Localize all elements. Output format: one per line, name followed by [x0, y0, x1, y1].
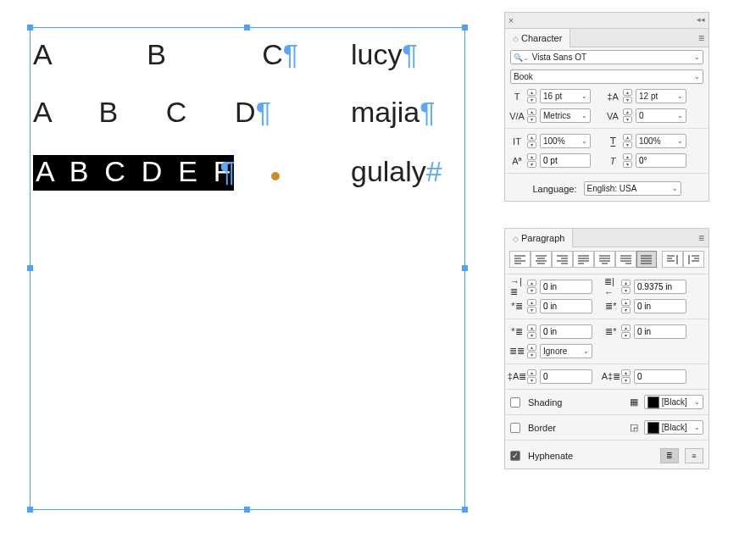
right-indent-stepper[interactable]: ▴▾: [621, 280, 631, 294]
border-checkbox[interactable]: [510, 423, 520, 433]
pilcrow-icon: ¶: [220, 155, 236, 187]
close-icon[interactable]: ×: [505, 16, 517, 25]
align-left-button[interactable]: [509, 251, 531, 268]
justify-right-button[interactable]: [615, 251, 636, 268]
frame-handle[interactable]: [244, 25, 250, 30]
panel-titlebar[interactable]: × ◂◂: [505, 13, 708, 29]
paragraph-panel: ◇Paragraph ≡ →|≣ ▴▾ ≣|← ▴▾ *≣ ▴▾ ≣* ▴▾ *…: [504, 228, 709, 469]
panel-tabs: ◇Paragraph ≡: [505, 229, 708, 247]
vscale-stepper[interactable]: ▴▾: [527, 134, 536, 148]
justify-center-button[interactable]: [594, 251, 615, 268]
composer-single-line-button[interactable]: ≡: [685, 448, 703, 463]
composer-paragraph-button[interactable]: ≣: [660, 448, 679, 463]
skew-stepper[interactable]: ▴▾: [623, 153, 632, 168]
frame-handle[interactable]: [244, 507, 250, 513]
space-after-icon: ≣*: [604, 326, 618, 338]
last-line-stepper[interactable]: ▴▾: [621, 299, 631, 313]
shading-swatch-dropdown[interactable]: [Black]⌄: [644, 395, 703, 409]
space-after-input[interactable]: [634, 324, 686, 339]
hscale-stepper[interactable]: ▴▾: [623, 134, 632, 148]
frame-handle[interactable]: [27, 265, 33, 271]
space-before-stepper[interactable]: ▴▾: [527, 324, 536, 339]
drop-cap-chars-input[interactable]: [634, 369, 686, 384]
font-style-dropdown[interactable]: Book⌄: [510, 69, 703, 84]
pilcrow-icon: ¶: [420, 96, 435, 128]
span-columns-icon: ≣≣: [510, 346, 524, 358]
shading-label: Shading: [528, 397, 624, 408]
text-line-2-left[interactable]: A B C D¶: [33, 96, 271, 129]
baseline-shift-input[interactable]: [540, 153, 591, 168]
first-line-stepper[interactable]: ▴▾: [527, 299, 536, 313]
character-tab[interactable]: ◇Character: [505, 29, 570, 47]
text-line-3-left[interactable]: A B C D E F¶: [33, 155, 249, 188]
tracking-stepper[interactable]: ▴▾: [623, 108, 632, 123]
hyphenate-checkbox[interactable]: ✓: [510, 451, 520, 461]
frame-handle[interactable]: [462, 25, 468, 30]
space-before-icon: *≣: [510, 326, 524, 338]
border-label: Border: [528, 423, 624, 433]
last-line-indent-icon: ≣*: [604, 301, 618, 313]
hscale-input[interactable]: 100%⌄: [636, 134, 686, 148]
frame-handle[interactable]: [27, 25, 33, 30]
character-panel: × ◂◂ ◇Character ≡ 🔍⌄ Vista Sans OT⌄ Book…: [504, 12, 709, 202]
skew-icon: T: [606, 155, 620, 167]
language-dropdown[interactable]: English: USA⌄: [584, 181, 681, 196]
kerning-dropdown[interactable]: Metrics⌄: [540, 108, 591, 123]
span-stepper[interactable]: ▴▾: [527, 344, 536, 358]
shading-settings-icon[interactable]: ▦: [627, 396, 641, 408]
selected-text[interactable]: A B C D E F: [33, 155, 234, 191]
baseline-shift-icon: Aª: [510, 155, 524, 167]
last-line-indent-input[interactable]: [634, 299, 686, 313]
drop-chars-stepper[interactable]: ▴▾: [621, 369, 631, 384]
drop-cap-lines-input[interactable]: [540, 369, 592, 384]
space-after-stepper[interactable]: ▴▾: [621, 324, 631, 339]
tracking-icon: VA: [606, 110, 620, 122]
text-line-1-left[interactable]: A B C¶: [33, 38, 298, 71]
hyphenate-label: Hyphenate: [528, 451, 657, 461]
text-line-1-right[interactable]: lucy¶: [351, 38, 418, 71]
left-indent-input[interactable]: [540, 280, 592, 294]
align-center-button[interactable]: [531, 251, 552, 268]
justify-left-button[interactable]: [573, 251, 594, 268]
kerning-stepper[interactable]: ▴▾: [527, 108, 536, 123]
panel-tabs: ◇Character ≡: [505, 29, 708, 47]
leading-stepper[interactable]: ▴▾: [623, 89, 632, 103]
font-size-stepper[interactable]: ▴▾: [527, 89, 536, 103]
space-before-input[interactable]: [540, 324, 592, 339]
span-columns-dropdown[interactable]: Ignore⌄: [540, 344, 592, 358]
leading-input[interactable]: 12 pt⌄: [636, 89, 686, 103]
left-indent-stepper[interactable]: ▴▾: [527, 280, 536, 294]
font-family-dropdown[interactable]: 🔍⌄ Vista Sans OT⌄: [510, 50, 703, 64]
skew-input[interactable]: [636, 153, 686, 168]
collapse-icon[interactable]: ◂◂: [697, 15, 705, 24]
text-line-3-right[interactable]: gulaly#: [351, 155, 442, 188]
panel-menu-icon[interactable]: ≡: [698, 32, 704, 44]
shading-checkbox[interactable]: [510, 397, 520, 408]
border-swatch-dropdown[interactable]: [Black]⌄: [644, 420, 703, 435]
align-right-button[interactable]: [552, 251, 573, 268]
text-frame[interactable]: A B C¶ lucy¶ A B C D¶ majia¶ A B C D E F…: [30, 27, 465, 510]
paragraph-tab[interactable]: ◇Paragraph: [505, 229, 573, 247]
right-indent-input[interactable]: [634, 280, 686, 294]
font-size-icon: T: [510, 91, 524, 103]
frame-handle[interactable]: [27, 507, 33, 513]
baseline-stepper[interactable]: ▴▾: [527, 153, 536, 168]
align-toward-spine-button[interactable]: [662, 251, 683, 268]
frame-handle[interactable]: [462, 507, 468, 513]
drop-cap-lines-icon: ‡A≣: [510, 371, 524, 383]
frame-handle[interactable]: [462, 265, 468, 271]
font-size-input[interactable]: 16 pt⌄: [540, 89, 591, 103]
border-settings-icon[interactable]: ◲: [627, 422, 641, 434]
first-line-indent-icon: *≣: [510, 301, 524, 313]
insertion-point-icon: [271, 172, 280, 180]
drop-lines-stepper[interactable]: ▴▾: [527, 369, 536, 384]
vscale-input[interactable]: 100%⌄: [540, 134, 591, 148]
first-line-indent-input[interactable]: [540, 299, 592, 313]
left-indent-icon: →|≣: [510, 281, 524, 293]
drop-cap-chars-icon: A‡≣: [604, 371, 618, 383]
justify-all-button[interactable]: [636, 251, 658, 268]
text-line-2-right[interactable]: majia¶: [351, 96, 436, 129]
align-away-spine-button[interactable]: [683, 251, 704, 268]
panel-menu-icon[interactable]: ≡: [698, 232, 704, 244]
tracking-input[interactable]: 0⌄: [636, 108, 686, 123]
